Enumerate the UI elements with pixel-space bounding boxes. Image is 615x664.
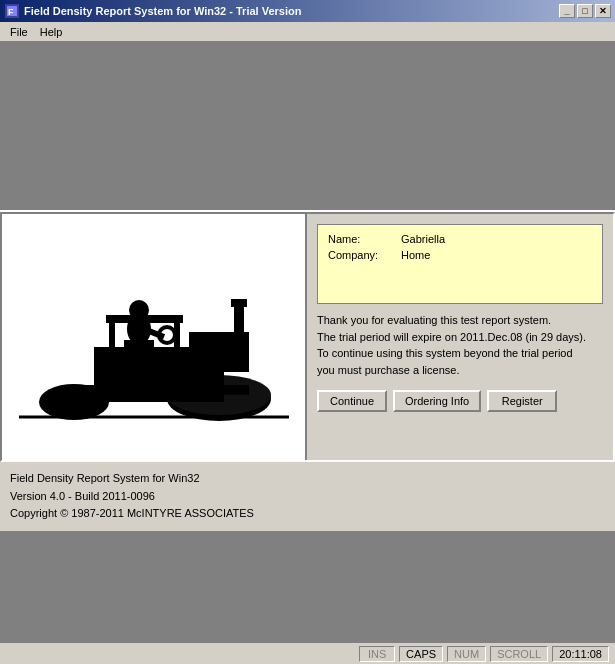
app-icon: F	[4, 3, 20, 19]
title-bar: F Field Density Report System for Win32 …	[0, 0, 615, 22]
right-panel: Name: Gabriella Company: Home Thank you …	[307, 214, 613, 460]
svg-rect-10	[231, 299, 247, 307]
minimize-button[interactable]: _	[559, 4, 575, 18]
ins-indicator: INS	[359, 646, 395, 662]
svg-point-15	[129, 300, 149, 320]
svg-rect-11	[109, 317, 115, 367]
left-panel	[2, 214, 307, 460]
main-window: F Field Density Report System for Win32 …	[0, 0, 615, 664]
bottom-area	[0, 531, 615, 642]
window-controls: _ □ ✕	[559, 4, 611, 18]
svg-rect-20	[74, 385, 104, 395]
maximize-button[interactable]: □	[577, 4, 593, 18]
software-info: Field Density Report System for Win32 Ve…	[0, 462, 615, 531]
software-line2: Version 4.0 - Build 2011-0096	[10, 488, 605, 506]
svg-rect-9	[234, 302, 244, 342]
software-line3: Copyright © 1987-2011 McINTYRE ASSOCIATE…	[10, 505, 605, 523]
trial-line3: To continue using this system beyond the…	[317, 345, 603, 362]
roller-image	[19, 237, 289, 437]
window-title: Field Density Report System for Win32 - …	[24, 5, 555, 17]
menu-file[interactable]: File	[4, 24, 34, 40]
trial-line1: Thank you for evaluating this test repor…	[317, 312, 603, 329]
name-value: Gabriella	[401, 233, 445, 245]
menu-bar: File Help	[0, 22, 615, 42]
company-row: Company: Home	[328, 249, 592, 261]
caps-indicator: CAPS	[399, 646, 443, 662]
svg-rect-12	[174, 317, 180, 367]
continue-button[interactable]: Continue	[317, 390, 387, 412]
trial-line2: The trial period will expire on 2011.Dec…	[317, 329, 603, 346]
svg-text:F: F	[8, 7, 14, 17]
software-line1: Field Density Report System for Win32	[10, 470, 605, 488]
close-button[interactable]: ✕	[595, 4, 611, 18]
name-row: Name: Gabriella	[328, 233, 592, 245]
svg-rect-17	[124, 340, 154, 348]
register-button[interactable]: Register	[487, 390, 557, 412]
banner-area	[0, 42, 615, 212]
num-indicator: NUM	[447, 646, 486, 662]
name-label: Name:	[328, 233, 393, 245]
company-label: Company:	[328, 249, 393, 261]
main-content: Name: Gabriella Company: Home Thank you …	[0, 212, 615, 462]
action-buttons: Continue Ordering Info Register	[317, 390, 603, 412]
trial-line4: you must purchase a license.	[317, 362, 603, 379]
time-display: 20:11:08	[552, 646, 609, 662]
company-value: Home	[401, 249, 430, 261]
ordering-info-button[interactable]: Ordering Info	[393, 390, 481, 412]
status-bar: INS CAPS NUM SCROLL 20:11:08	[0, 642, 615, 664]
info-box: Name: Gabriella Company: Home	[317, 224, 603, 304]
scroll-indicator: SCROLL	[490, 646, 548, 662]
menu-help[interactable]: Help	[34, 24, 69, 40]
svg-rect-21	[199, 385, 249, 395]
trial-message: Thank you for evaluating this test repor…	[317, 312, 603, 378]
